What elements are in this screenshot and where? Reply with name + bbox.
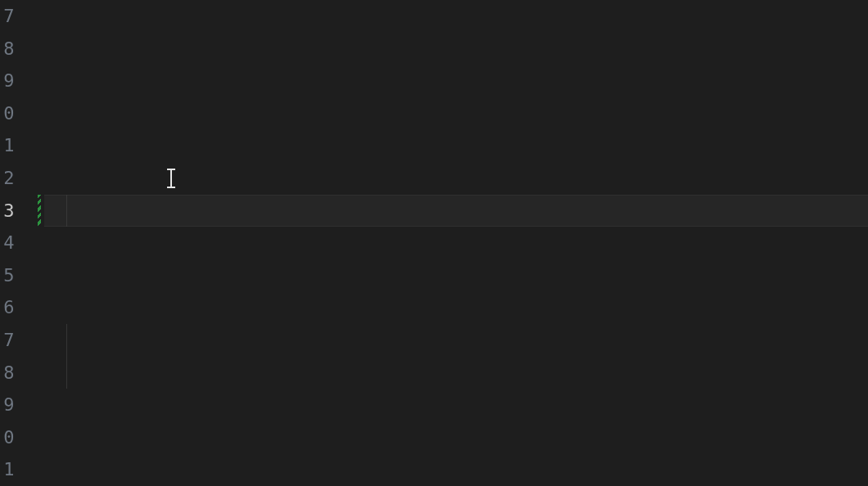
- line-number: 1: [0, 453, 16, 486]
- indent-guide: [66, 195, 67, 227]
- line-number: 0: [0, 97, 16, 130]
- line-number: 9: [0, 389, 16, 421]
- line-number: 7: [0, 0, 16, 33]
- line-number: 9: [0, 65, 16, 97]
- line-number: 2: [0, 162, 16, 195]
- line-number: 8: [0, 33, 16, 65]
- code-line[interactable]: [44, 389, 868, 421]
- active-line-highlight: [44, 195, 868, 227]
- gutter-decorations: [16, 0, 44, 486]
- gutter: 7 8 9 0 1 2 3 4 5 6 7 8 9 0 1: [0, 0, 16, 486]
- text-cursor-icon: [166, 169, 176, 188]
- modified-line-marker: [38, 195, 41, 227]
- line-number: 1: [0, 129, 16, 162]
- code-area[interactable]: Lemma addnC n m : n + m = m + n. Proof. …: [44, 0, 868, 486]
- line-number: 4: [0, 227, 16, 259]
- line-number: 6: [0, 291, 16, 324]
- line-number: 7: [0, 324, 16, 357]
- line-number-active: 3: [0, 195, 16, 227]
- code-editor[interactable]: 7 8 9 0 1 2 3 4 5 6 7 8 9 0 1 Lemma addn…: [0, 0, 868, 486]
- line-number: 5: [0, 259, 16, 292]
- indent-guide: [66, 324, 67, 389]
- line-number: 0: [0, 421, 16, 454]
- line-number: 8: [0, 357, 16, 389]
